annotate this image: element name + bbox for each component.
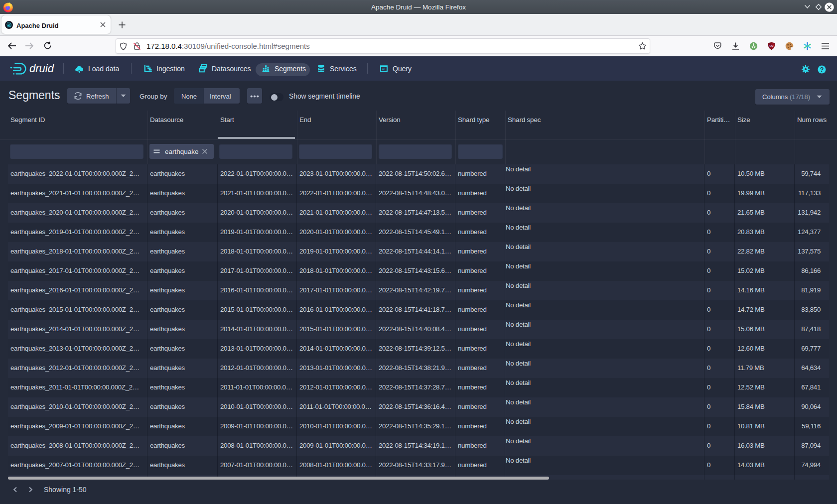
svg-text:?: ? xyxy=(820,66,824,73)
svg-text:UO: UO xyxy=(769,44,773,47)
